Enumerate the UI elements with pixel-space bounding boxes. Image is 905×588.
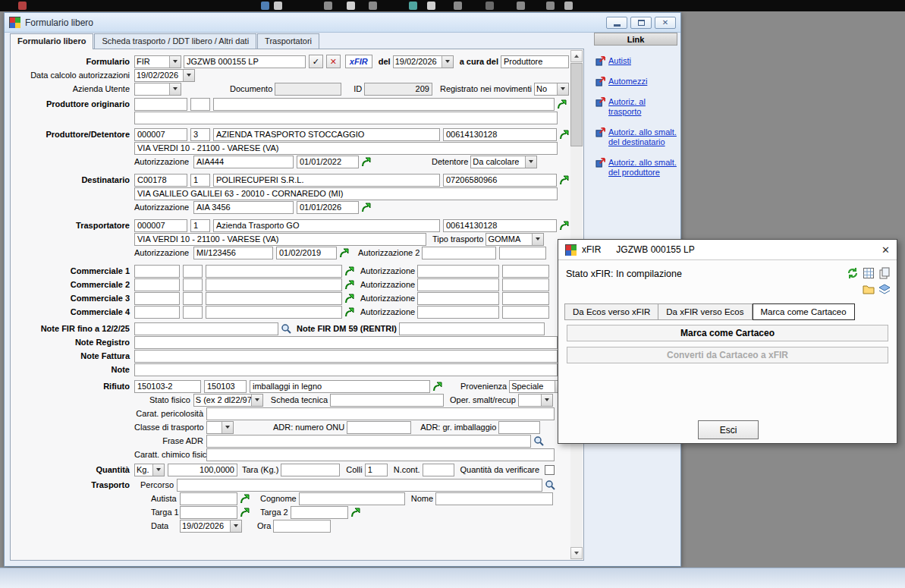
note-registro-input[interactable] xyxy=(134,336,558,349)
toolbar-icon[interactable] xyxy=(261,2,269,10)
link-autoriz-smalt-destinatario[interactable]: Autoriz. allo smalt. del destinatario xyxy=(594,127,677,147)
note-input[interactable] xyxy=(134,363,558,376)
scroll-down-button[interactable] xyxy=(570,547,583,559)
chimico-fisiche-input[interactable] xyxy=(206,448,555,461)
search-button[interactable] xyxy=(280,322,292,335)
jump-icon[interactable] xyxy=(344,266,354,276)
maximize-button[interactable] xyxy=(630,17,652,29)
ncont-input[interactable] xyxy=(423,464,454,476)
scheda-tecnica-input[interactable] xyxy=(330,394,444,407)
trasp-piva-input[interactable] xyxy=(443,219,557,232)
link-autoriz-trasporto[interactable]: Autoriz. al trasporto xyxy=(594,97,677,117)
toolbar-icon[interactable] xyxy=(18,2,27,10)
jump-icon[interactable] xyxy=(559,130,569,140)
documento-input[interactable] xyxy=(275,83,341,96)
close-button[interactable]: ✕ xyxy=(655,17,676,29)
frase-adr-input[interactable] xyxy=(206,435,531,448)
formulario-del-date-select[interactable]: 19/02/2026 xyxy=(393,55,454,68)
trasp-address-input[interactable] xyxy=(134,233,426,246)
layers-icon[interactable] xyxy=(878,283,891,295)
proddet-name-input[interactable] xyxy=(213,128,440,141)
a-cura-del-input[interactable] xyxy=(501,55,569,68)
dest-aut-input[interactable] xyxy=(193,201,294,214)
quantita-verifica-checkbox[interactable] xyxy=(545,465,555,475)
proddet-aut-data-input[interactable] xyxy=(297,156,359,168)
dest-name-input[interactable] xyxy=(213,174,440,187)
percorso-input[interactable] xyxy=(177,479,542,492)
comm4-aut-input[interactable] xyxy=(417,306,499,319)
proddet-piva-input[interactable] xyxy=(443,128,557,141)
tara-input[interactable] xyxy=(281,464,340,476)
toolbar-icon[interactable] xyxy=(274,2,282,10)
comm4-aut-data-input[interactable] xyxy=(502,306,549,319)
toolbar-icon[interactable] xyxy=(347,2,355,10)
tab-trasportatori[interactable]: Trasportatori xyxy=(257,33,319,49)
targa2-input[interactable] xyxy=(291,506,348,519)
comm3-sub-input[interactable] xyxy=(183,292,203,305)
comm2-name-input[interactable] xyxy=(206,278,342,291)
link-autoriz-smalt-produttore[interactable]: Autoriz. allo smalt. del produttore xyxy=(594,158,677,178)
formulario-numero-input[interactable] xyxy=(184,55,306,68)
toolbar-icon[interactable] xyxy=(324,2,332,10)
trasporto-data-select[interactable]: 19/02/2026 xyxy=(180,520,242,533)
adr-imballaggio-input[interactable] xyxy=(498,421,540,434)
tab-formulario-libero[interactable]: Formulario libero xyxy=(10,33,93,49)
toolbar-icon[interactable] xyxy=(517,2,525,10)
registrato-select[interactable]: No xyxy=(534,83,569,96)
comm1-name-input[interactable] xyxy=(206,265,342,278)
delete-button[interactable]: ✕ xyxy=(326,55,341,68)
tab-da-xfir-verso-ecos[interactable]: Da xFIR verso Ecos xyxy=(658,303,752,320)
comm4-name-input[interactable] xyxy=(206,306,342,319)
note-rentri-input[interactable] xyxy=(399,322,545,335)
marca-come-cartaceo-button[interactable]: Marca come Cartaceo xyxy=(567,325,888,341)
comm1-aut-data-input[interactable] xyxy=(502,265,549,278)
minimize-button[interactable] xyxy=(606,17,627,29)
comm3-aut-input[interactable] xyxy=(417,292,499,305)
comm3-name-input[interactable] xyxy=(206,292,342,305)
autista-input[interactable] xyxy=(180,492,237,505)
dest-piva-input[interactable] xyxy=(443,174,557,187)
sync-icon[interactable] xyxy=(847,267,859,279)
dest-sub-input[interactable] xyxy=(190,174,210,187)
jump-icon[interactable] xyxy=(361,157,371,167)
toolbar-icon[interactable] xyxy=(409,2,417,10)
azienda-utente-select[interactable] xyxy=(134,83,181,96)
tab-da-ecos-verso-xfir[interactable]: Da Ecos verso xFIR xyxy=(564,303,658,320)
toolbar-icon[interactable] xyxy=(564,2,573,10)
prodorig-name-input[interactable] xyxy=(213,98,555,111)
export-grid-icon[interactable] xyxy=(863,267,875,279)
jump-icon[interactable] xyxy=(361,203,371,212)
jump-icon[interactable] xyxy=(339,248,349,258)
comm1-code-input[interactable] xyxy=(134,265,180,278)
jump-icon[interactable] xyxy=(344,280,354,290)
folder-icon[interactable] xyxy=(863,283,875,295)
proddet-aut-input[interactable] xyxy=(193,156,294,168)
comm1-aut-input[interactable] xyxy=(417,265,499,278)
toolbar-icon[interactable] xyxy=(546,2,555,10)
cognome-input[interactable] xyxy=(299,492,405,505)
jump-icon[interactable] xyxy=(557,99,567,109)
dialog-close-button[interactable]: ✕ xyxy=(881,244,890,256)
copy-icon[interactable] xyxy=(878,267,891,279)
trasp-code-input[interactable] xyxy=(134,219,187,232)
window-titlebar[interactable]: Formulario libero ✕ xyxy=(5,13,680,33)
proddet-address-input[interactable] xyxy=(134,142,558,155)
jump-icon[interactable] xyxy=(432,382,442,391)
quantita-um-select[interactable]: Kg. xyxy=(134,464,165,476)
comm4-code-input[interactable] xyxy=(134,306,180,319)
nome-input[interactable] xyxy=(435,492,553,505)
converti-cartaceo-button[interactable]: Converti da Cartaceo a xFIR xyxy=(567,347,888,363)
scroll-up-button[interactable] xyxy=(570,50,583,62)
pericolosita-input[interactable] xyxy=(206,407,555,420)
rifiuto-desc-input[interactable] xyxy=(250,380,430,393)
stato-fisico-select[interactable]: S (ex 2 dl22/97) xyxy=(193,394,263,407)
dest-code-input[interactable] xyxy=(134,174,187,187)
note-fattura-input[interactable] xyxy=(134,350,558,363)
ora-input[interactable] xyxy=(273,520,331,533)
prodorig-sub-input[interactable] xyxy=(190,98,210,111)
search-button[interactable] xyxy=(544,479,556,491)
tab-scheda-trasporto[interactable]: Scheda trasporto / DDT libero / Altri da… xyxy=(94,33,256,49)
rifiuto-code-input[interactable] xyxy=(134,380,201,393)
comm3-code-input[interactable] xyxy=(134,292,180,305)
toolbar-icon[interactable] xyxy=(427,2,435,10)
